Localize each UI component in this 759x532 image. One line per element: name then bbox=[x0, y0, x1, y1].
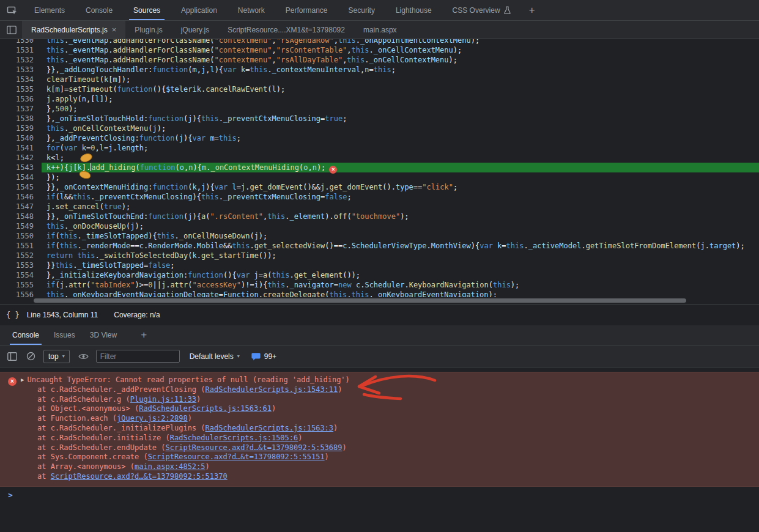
more-panels-button[interactable]: + bbox=[521, 4, 543, 17]
code-line-1534[interactable]: 1534clearTimeout(k[m]); bbox=[0, 75, 759, 84]
code-line-1530[interactable]: 1530this._eventMap.addHandlerForClassNam… bbox=[0, 39, 759, 45]
code-text[interactable]: k[m]=setTimeout(function(){$telerik.canc… bbox=[42, 84, 759, 94]
context-selector[interactable]: top ▾ bbox=[43, 350, 70, 363]
code-text[interactable]: },_initializeKeyboardNavigation:function… bbox=[42, 270, 759, 280]
code-line-1542[interactable]: 1542k<l; bbox=[0, 153, 759, 163]
code-line-1539[interactable]: 1539this._onCellContextMenu(j); bbox=[0, 124, 759, 133]
code-text[interactable]: j.apply(n,[l]); bbox=[42, 94, 759, 104]
code-text[interactable]: },_onTimeSlotTouchHold:function(j){this.… bbox=[42, 114, 759, 124]
line-number[interactable]: 1547 bbox=[0, 202, 42, 212]
line-number[interactable]: 1535 bbox=[0, 84, 42, 94]
line-number[interactable]: 1533 bbox=[0, 65, 42, 75]
close-tab-icon[interactable]: × bbox=[112, 26, 117, 34]
line-number[interactable]: 1556 bbox=[0, 290, 42, 297]
stack-frame-link[interactable]: RadSchedulerScripts.js:1563:3 bbox=[205, 424, 334, 432]
code-line-1555[interactable]: 1555if(j.attr("tabIndex")>=0||j.attr("ac… bbox=[0, 280, 759, 290]
code-line-1556[interactable]: 1556this._onKeyboardEventNavigationDeleg… bbox=[0, 290, 759, 297]
stack-frame-link[interactable]: Plugin.js:11:33 bbox=[130, 395, 196, 404]
code-text[interactable]: return this._switchToSelectedDay(k.get_s… bbox=[42, 251, 759, 260]
drawer-tab-console[interactable]: Console bbox=[5, 325, 46, 345]
stack-frame-link[interactable]: jQuery.js:2:2898 bbox=[117, 414, 188, 423]
tab-elements[interactable]: Elements bbox=[24, 0, 75, 20]
line-number[interactable]: 1531 bbox=[0, 45, 42, 55]
line-number[interactable]: 1550 bbox=[0, 231, 42, 241]
code-text[interactable]: this._onKeyboardEventNavigationDelegate=… bbox=[42, 290, 759, 297]
tab-css-overview[interactable]: CSS Overview bbox=[442, 0, 521, 20]
line-number[interactable]: 1546 bbox=[0, 192, 42, 202]
code-line-1535[interactable]: 1535k[m]=setTimeout(function(){$telerik.… bbox=[0, 84, 759, 94]
line-number[interactable]: 1543 bbox=[0, 163, 42, 172]
code-line-1545[interactable]: 1545}},_onContextMenuHiding:function(k,j… bbox=[0, 182, 759, 192]
file-tab-radschedulerscripts-js[interactable]: RadSchedulerScripts.js× bbox=[22, 21, 125, 39]
line-number[interactable]: 1552 bbox=[0, 251, 42, 260]
code-line-1553[interactable]: 1553}}this._timeSlotTapped=false; bbox=[0, 260, 759, 270]
drawer-tab-3d-view[interactable]: 3D View bbox=[83, 325, 124, 345]
console-error-message[interactable]: × ▶Uncaught TypeError: Cannot read prope… bbox=[0, 372, 759, 487]
code-text[interactable]: k<l; bbox=[42, 153, 759, 163]
code-text[interactable]: this._onDocMouseUp(j); bbox=[42, 221, 759, 231]
code-text[interactable]: }},_onContextMenuHiding:function(k,j){va… bbox=[42, 182, 759, 192]
line-number[interactable]: 1539 bbox=[0, 124, 42, 133]
file-tab-jquery-js[interactable]: jQuery.js bbox=[172, 21, 218, 39]
line-number[interactable]: 1541 bbox=[0, 143, 42, 153]
line-number[interactable]: 1555 bbox=[0, 280, 42, 290]
code-text[interactable]: j.set_cancel(true); bbox=[42, 202, 759, 212]
tab-sources[interactable]: Sources bbox=[123, 0, 171, 20]
code-text[interactable]: },500); bbox=[42, 104, 759, 114]
line-number[interactable]: 1549 bbox=[0, 221, 42, 231]
code-text[interactable]: for(var k=0,l=j.length; bbox=[42, 143, 759, 153]
horizontal-scrollbar[interactable] bbox=[0, 297, 759, 304]
code-line-1543[interactable]: 1543k++){j[k].add_hiding(function(o,n){m… bbox=[0, 163, 759, 172]
stack-frame-link[interactable]: ScriptResource.axd?d…&t=13798092:5:53689 bbox=[166, 443, 342, 452]
navigator-toggle-icon[interactable] bbox=[7, 26, 17, 34]
drawer-tab-issues[interactable]: Issues bbox=[46, 325, 83, 345]
console-sidebar-icon[interactable] bbox=[7, 352, 17, 361]
stack-frame-link[interactable]: ScriptResource.axd?d…&t=13798092:5:51370 bbox=[51, 472, 228, 481]
code-line-1554[interactable]: 1554},_initializeKeyboardNavigation:func… bbox=[0, 270, 759, 280]
code-text[interactable]: this._eventMap.addHandlerForClassName("c… bbox=[42, 45, 759, 55]
code-line-1541[interactable]: 1541for(var k=0,l=j.length; bbox=[0, 143, 759, 153]
live-expression-eye-icon[interactable] bbox=[78, 353, 89, 360]
code-line-1537[interactable]: 1537},500); bbox=[0, 104, 759, 114]
log-levels-dropdown[interactable]: Default levels ▾ bbox=[190, 352, 240, 361]
tab-console[interactable]: Console bbox=[75, 0, 123, 20]
inspect-icon[interactable] bbox=[7, 5, 18, 16]
stack-frame-link[interactable]: main.aspx:4852:5 bbox=[135, 462, 205, 471]
code-line-1550[interactable]: 1550if(this._timeSlotTapped){this._onCel… bbox=[0, 231, 759, 241]
code-text[interactable]: k++){j[k].add_hiding(function(o,n){m._on… bbox=[42, 163, 759, 172]
line-number[interactable]: 1548 bbox=[0, 212, 42, 221]
code-line-1551[interactable]: 1551if(this._renderMode==c.RenderMode.Mo… bbox=[0, 241, 759, 251]
line-number[interactable]: 1534 bbox=[0, 75, 42, 84]
code-text[interactable]: }}this._timeSlotTapped=false; bbox=[42, 260, 759, 270]
code-text[interactable]: },_addPreventClosing:function(j){var m=t… bbox=[42, 133, 759, 143]
code-line-1548[interactable]: 1548}},_onTimeSlotTouchEnd:function(j){a… bbox=[0, 212, 759, 221]
disclosure-triangle-icon[interactable]: ▶ bbox=[21, 375, 24, 385]
code-text[interactable]: this._eventMap.addHandlerForClassName("c… bbox=[42, 55, 759, 65]
code-text[interactable]: }},_addLongTouchHandler:function(m,j,l){… bbox=[42, 65, 759, 75]
code-line-1536[interactable]: 1536j.apply(n,[l]); bbox=[0, 94, 759, 104]
code-text[interactable]: }); bbox=[42, 172, 759, 182]
tab-performance[interactable]: Performance bbox=[275, 0, 338, 20]
code-line-1540[interactable]: 1540},_addPreventClosing:function(j){var… bbox=[0, 133, 759, 143]
code-line-1552[interactable]: 1552return this._switchToSelectedDay(k.g… bbox=[0, 251, 759, 260]
code-line-1531[interactable]: 1531this._eventMap.addHandlerForClassNam… bbox=[0, 45, 759, 55]
stack-frame-link[interactable]: ScriptResource.axd?d…&t=13798092:5:55151 bbox=[148, 453, 325, 461]
more-drawer-tools-button[interactable]: + bbox=[133, 325, 155, 345]
stack-frame-link[interactable]: RadSchedulerScripts.js:1563:61 bbox=[139, 404, 272, 413]
line-number[interactable]: 1532 bbox=[0, 55, 42, 65]
code-text[interactable]: if(l&&this._preventCtxMenuClosing){this.… bbox=[42, 192, 759, 202]
stack-frame-link[interactable]: RadSchedulerScripts.js:1505:6 bbox=[170, 434, 298, 442]
line-number[interactable]: 1554 bbox=[0, 270, 42, 280]
tab-lighthouse[interactable]: Lighthouse bbox=[385, 0, 442, 20]
code-line-1544[interactable]: 1544}); bbox=[0, 172, 759, 182]
code-line-1547[interactable]: 1547j.set_cancel(true); bbox=[0, 202, 759, 212]
issues-counter[interactable]: 99+ bbox=[251, 352, 276, 361]
filter-input[interactable] bbox=[96, 350, 180, 363]
file-tab-plugin-js[interactable]: Plugin.js bbox=[125, 21, 171, 39]
code-line-1549[interactable]: 1549this._onDocMouseUp(j); bbox=[0, 221, 759, 231]
code-text[interactable]: if(this._renderMode==c.RenderMode.Mobile… bbox=[42, 241, 759, 251]
code-text[interactable]: this._eventMap.addHandlerForClassName("c… bbox=[42, 39, 759, 45]
line-number[interactable]: 1545 bbox=[0, 182, 42, 192]
line-number[interactable]: 1542 bbox=[0, 153, 42, 163]
line-number[interactable]: 1551 bbox=[0, 241, 42, 251]
